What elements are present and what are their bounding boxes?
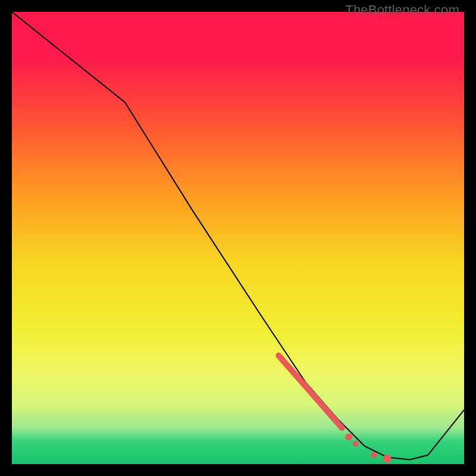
chart-frame [0, 0, 476, 476]
watermark-text: TheBottleneck.com [345, 2, 459, 18]
